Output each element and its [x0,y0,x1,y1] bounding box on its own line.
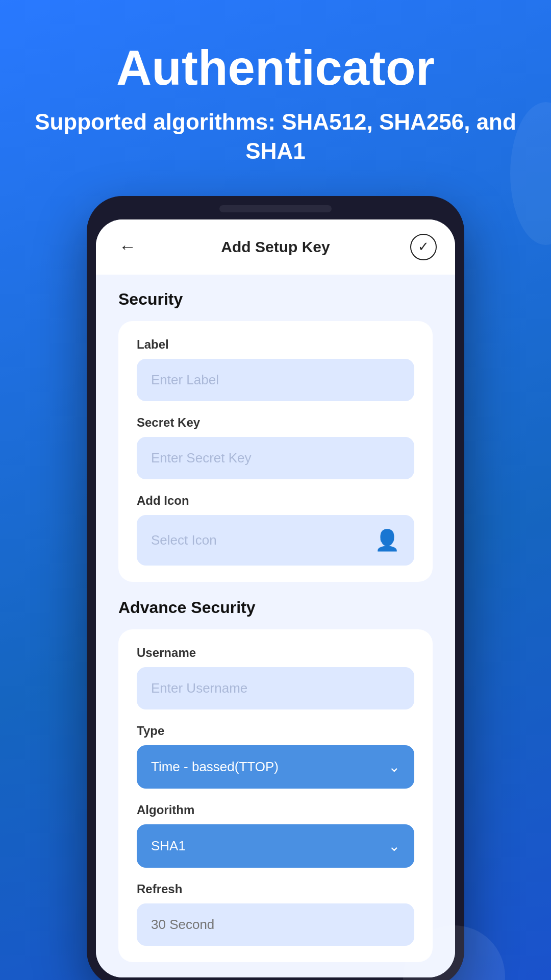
add-icon-label: Add Icon [137,494,414,508]
type-value: Time - bassed(TTOP) [151,759,279,775]
label-field-label: Label [137,337,414,352]
refresh-label: Refresh [137,882,414,896]
type-label: Type [137,724,414,738]
type-chevron-icon: ⌄ [388,758,400,775]
app-subtitle: Supported algorithms: SHA512, SHA256, an… [31,107,520,165]
refresh-input[interactable] [137,903,414,946]
advance-section-title: Advance Security [118,598,433,617]
phone-mockup: ← Add Setup Key ✓ Security Label Secret … [87,196,464,980]
nav-bar: ← Add Setup Key ✓ [96,219,455,275]
form-content: Security Label Secret Key Add Icon Selec… [96,275,455,977]
phone-screen: ← Add Setup Key ✓ Security Label Secret … [96,219,455,977]
check-icon: ✓ [418,239,429,255]
security-card: Label Secret Key Add Icon Select Icon 👤 [118,321,433,582]
label-input[interactable] [137,359,414,401]
icon-select-wrapper: Select Icon 👤 [137,515,414,566]
secret-key-label: Secret Key [137,415,414,430]
username-label: Username [137,646,414,660]
advance-card: Username Type Time - bassed(TTOP) ⌄ Algo… [118,629,433,962]
icon-select-placeholder: Select Icon [151,532,217,548]
algorithm-label: Algorithm [137,803,414,817]
security-section-title: Security [118,290,433,309]
type-dropdown[interactable]: Time - bassed(TTOP) ⌄ [137,745,414,789]
back-icon: ← [119,237,136,257]
algorithm-chevron-icon: ⌄ [388,838,400,854]
app-title: Authenticator [31,41,520,95]
phone-notch [219,205,332,212]
confirm-button[interactable]: ✓ [410,234,437,260]
algorithm-dropdown[interactable]: SHA1 ⌄ [137,824,414,868]
algorithm-value: SHA1 [151,838,186,854]
username-input[interactable] [137,667,414,709]
header-area: Authenticator Supported algorithms: SHA5… [0,0,551,186]
icon-select-field[interactable]: Select Icon 👤 [137,515,414,566]
secret-key-input[interactable] [137,437,414,479]
nav-title: Add Setup Key [221,238,330,256]
user-icon: 👤 [374,528,400,552]
back-button[interactable]: ← [114,234,141,260]
